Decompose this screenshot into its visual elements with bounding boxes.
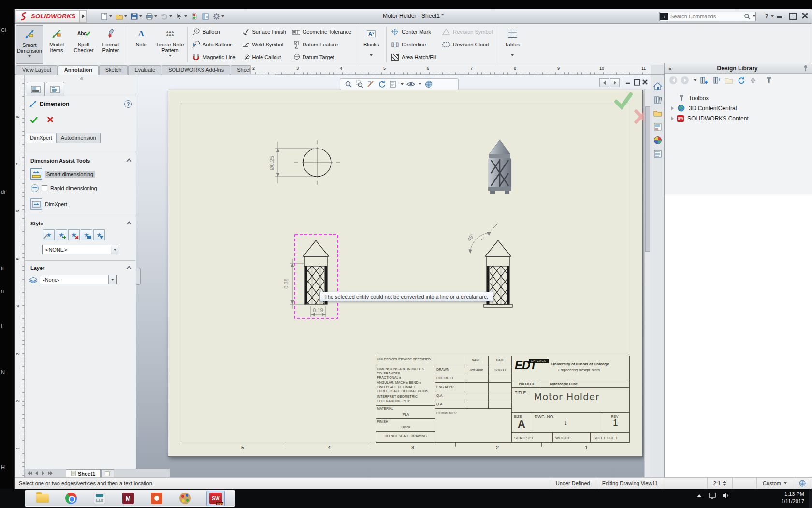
area-hatch-button[interactable]: Area Hatch/Fill xyxy=(391,52,436,62)
file-explorer-tab-icon[interactable] xyxy=(653,108,663,118)
status-units[interactable]: Custom xyxy=(756,478,793,489)
search-icon[interactable] xyxy=(743,13,752,21)
tab-evaluate[interactable]: Evaluate xyxy=(128,65,161,75)
magnetic-line-button[interactable]: Magnetic Line xyxy=(192,52,236,62)
close-button[interactable] xyxy=(801,12,809,19)
note-button[interactable]: A Note xyxy=(128,25,155,64)
select-button[interactable] xyxy=(174,11,188,22)
calculator-taskbar-icon[interactable] xyxy=(92,491,107,506)
tab-view-layout[interactable]: View Layout xyxy=(16,65,58,75)
custom-properties-tab-icon[interactable] xyxy=(653,149,663,159)
back-button[interactable] xyxy=(669,76,677,84)
tab-annotation[interactable]: Annotation xyxy=(58,65,99,75)
zoom-fit-icon[interactable] xyxy=(344,80,352,89)
tree-item-toolbox[interactable]: Toolbox xyxy=(671,93,812,103)
smart-dimensioning-label[interactable]: Smart dimensioning xyxy=(45,171,95,178)
volume-tray-icon[interactable] xyxy=(723,493,730,499)
dropdown-caret-icon[interactable] xyxy=(108,275,116,284)
ok-button[interactable] xyxy=(29,116,38,123)
chrome-taskbar-icon[interactable] xyxy=(64,491,78,506)
delete-style-button[interactable]: ★ xyxy=(68,229,80,240)
previous-view-button[interactable] xyxy=(599,78,609,87)
design-library-tab-icon[interactable] xyxy=(653,95,663,105)
search-options-caret[interactable] xyxy=(753,15,755,17)
next-view-button[interactable] xyxy=(610,78,620,87)
format-painter-button[interactable]: Format Painter xyxy=(97,25,124,64)
print-button[interactable] xyxy=(144,11,158,22)
zoom-spinner[interactable] xyxy=(723,481,726,486)
balloon-button[interactable]: 1 Balloon xyxy=(192,27,236,37)
prev-sheet-button[interactable] xyxy=(33,470,40,477)
rotate-view-icon[interactable] xyxy=(377,80,386,89)
configuration-tab[interactable] xyxy=(46,82,64,96)
revision-symbol-button[interactable]: Revision Symbol xyxy=(442,27,493,37)
forward-button[interactable] xyxy=(681,76,689,84)
toolbar-caret-icon[interactable] xyxy=(419,83,421,85)
resources-home-icon[interactable] xyxy=(653,81,663,91)
next-sheet-button[interactable] xyxy=(40,470,46,477)
rapid-dimensioning-checkbox[interactable] xyxy=(42,185,47,191)
datum-feature-button[interactable]: Datum Feature xyxy=(292,40,351,49)
appearances-tab-icon[interactable] xyxy=(653,135,663,145)
design-library-content[interactable] xyxy=(665,194,812,477)
m-app-taskbar-icon[interactable]: M xyxy=(121,491,135,506)
menu-expand-button[interactable] xyxy=(80,10,87,23)
save-style-button[interactable]: ★ xyxy=(81,229,92,240)
new-folder-icon[interactable] xyxy=(725,76,733,85)
dimxpert-tab[interactable]: DimXpert xyxy=(26,133,57,143)
toolbar-caret-icon[interactable] xyxy=(401,83,404,85)
tab-addins[interactable]: SOLIDWORKS Add-Ins xyxy=(162,65,230,75)
add-file-location-icon[interactable] xyxy=(712,76,721,85)
weld-symbol-button[interactable]: Weld Symbol xyxy=(242,40,286,49)
minimize-button[interactable] xyxy=(776,12,783,19)
panel-grip-dot[interactable] xyxy=(80,77,83,80)
doc-minimize-button[interactable] xyxy=(625,79,632,85)
status-zoom[interactable]: 2:1 xyxy=(707,478,732,489)
load-style-button[interactable]: ★ xyxy=(93,229,105,240)
add-sheet-tab[interactable] xyxy=(102,469,114,477)
search-commands-box[interactable]: › Search Commands xyxy=(659,12,756,21)
scrollbar-thumb[interactable] xyxy=(645,106,650,252)
layer-section-header[interactable]: Layer xyxy=(30,265,131,271)
help-button[interactable]: ? xyxy=(765,13,774,20)
zoom-area-icon[interactable] xyxy=(355,80,363,89)
smart-dimensioning-button[interactable] xyxy=(30,168,42,180)
rapid-dimensioning-label[interactable]: Rapid dimensioning xyxy=(50,185,97,191)
paint-palette-taskbar-icon[interactable] xyxy=(178,491,192,506)
confirm-ok-overlay[interactable] xyxy=(614,91,633,110)
centerline-button[interactable]: Centerline xyxy=(391,40,436,49)
tables-button[interactable]: Tables xyxy=(499,25,526,64)
tab-sketch[interactable]: Sketch xyxy=(99,65,128,75)
hole-callout-button[interactable]: Hole Callout xyxy=(242,52,286,62)
first-sheet-button[interactable] xyxy=(27,470,33,477)
history-caret-icon[interactable] xyxy=(694,79,696,81)
panel-collapse-grip[interactable] xyxy=(136,268,141,285)
geometric-tolerance-button[interactable]: Geometric Tolerance xyxy=(292,27,351,37)
show-desktop-button[interactable] xyxy=(809,489,812,508)
tree-item-solidworks-content[interactable]: SW SOLIDWORKS Content xyxy=(671,113,812,123)
up-level-icon[interactable] xyxy=(749,76,757,85)
expander-icon[interactable] xyxy=(671,117,674,120)
layer-dropdown[interactable]: -None- xyxy=(40,275,117,284)
dimxpert-label[interactable]: DimXpert xyxy=(45,201,67,207)
taskbar-clock[interactable]: 1:13 PM 1/11/2017 xyxy=(781,491,804,505)
collapse-panel-icon[interactable]: « xyxy=(668,65,672,72)
spell-checker-button[interactable]: Abc Spell Checker xyxy=(70,25,97,64)
undo-button[interactable] xyxy=(159,11,173,22)
tree-item-3dcontentcentral[interactable]: 3D ContentCentral xyxy=(671,103,812,113)
save-button[interactable] xyxy=(129,11,143,22)
pin-icon[interactable] xyxy=(803,65,809,72)
status-globe-icon[interactable] xyxy=(793,478,812,489)
doc-restore-button[interactable] xyxy=(633,79,640,85)
expander-icon[interactable] xyxy=(671,106,674,110)
tray-expand-icon[interactable] xyxy=(697,494,702,497)
hide-show-eye-icon[interactable] xyxy=(406,80,415,89)
style-dropdown[interactable]: <NONE> xyxy=(42,245,119,254)
center-mark-button[interactable]: Center Mark xyxy=(391,27,436,37)
add-to-library-icon[interactable] xyxy=(700,76,709,85)
orange-app-taskbar-icon[interactable] xyxy=(149,491,164,506)
doc-close-button[interactable] xyxy=(641,79,648,85)
style-section-header[interactable]: Style xyxy=(30,221,131,226)
dropdown-caret-icon[interactable] xyxy=(111,245,119,254)
options-button[interactable] xyxy=(211,11,225,22)
